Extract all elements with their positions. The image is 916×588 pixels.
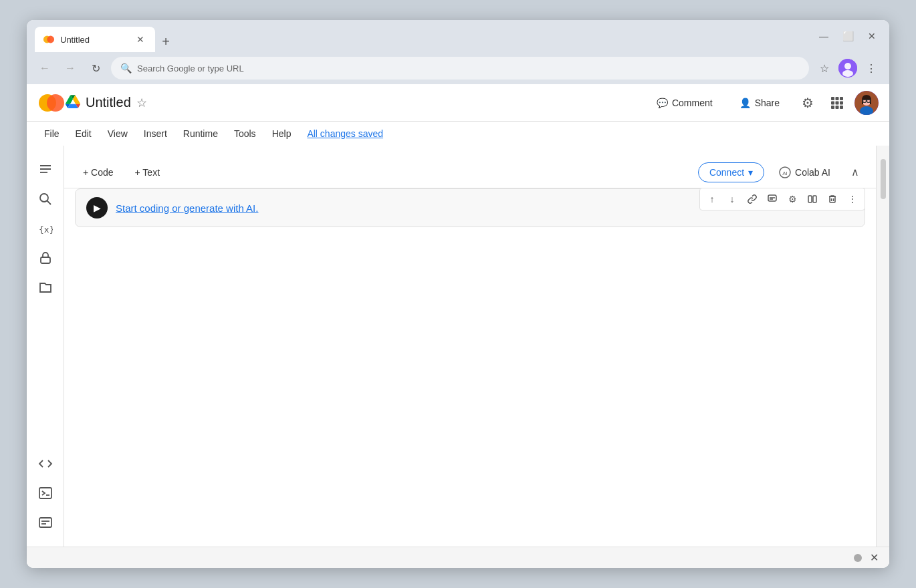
collapse-button[interactable]: ∧ — [845, 162, 865, 182]
search-icon: 🔍 — [120, 63, 132, 74]
svg-rect-30 — [41, 257, 50, 263]
apps-grid-button[interactable] — [825, 91, 849, 115]
svg-point-4 — [842, 70, 853, 77]
status-dot — [854, 554, 862, 562]
title-bar: Untitled ✕ + — ⬜ ✕ — [27, 20, 889, 52]
svg-text:{x}: {x} — [39, 225, 53, 235]
svg-rect-12 — [840, 101, 843, 104]
svg-point-3 — [844, 63, 851, 69]
menu-edit[interactable]: Edit — [69, 126, 98, 142]
svg-point-1 — [47, 36, 54, 43]
header-actions: 💬 Comment 👤 Share ⚙ — [646, 91, 879, 115]
settings-button[interactable]: ⚙ — [796, 91, 820, 115]
google-drive-icon — [66, 94, 80, 112]
comment-label: Comment — [672, 98, 713, 108]
link-button[interactable] — [743, 190, 762, 208]
reload-button[interactable]: ↻ — [86, 58, 106, 78]
menu-help[interactable]: Help — [265, 126, 298, 142]
menu-file[interactable]: File — [37, 126, 66, 142]
sidebar-search-icon[interactable] — [32, 186, 59, 212]
move-down-button[interactable]: ↓ — [723, 190, 741, 208]
close-button[interactable]: ✕ — [863, 27, 881, 45]
sidebar-files-icon[interactable] — [32, 274, 59, 301]
more-options-button[interactable]: ⋮ — [843, 190, 862, 208]
address-bar: ← → ↻ 🔍 Search Google or type URL ☆ ⋮ — [27, 52, 889, 84]
cell-settings-button[interactable]: ⚙ — [783, 190, 802, 208]
svg-rect-7 — [831, 97, 834, 100]
sidebar-variables-icon[interactable]: {x} — [32, 215, 59, 242]
svg-rect-13 — [831, 106, 834, 109]
run-button[interactable]: ▶ — [86, 197, 108, 218]
connect-label: Connect — [709, 167, 744, 178]
svg-rect-43 — [830, 196, 835, 202]
main-area: {x} — [27, 146, 889, 547]
menu-tools[interactable]: Tools — [227, 126, 263, 142]
right-scrollbar[interactable] — [876, 146, 889, 547]
colab-logo — [37, 89, 66, 117]
tab-title: Untitled — [60, 35, 90, 45]
comment-cell-button[interactable] — [763, 190, 782, 208]
browser-tab[interactable]: Untitled ✕ — [35, 27, 155, 52]
share-icon: 👤 — [739, 98, 751, 108]
connect-button[interactable]: Connect ▾ — [698, 162, 764, 182]
svg-rect-33 — [39, 518, 51, 527]
cell-container: ↑ ↓ — [75, 188, 865, 227]
tab-close-button[interactable]: ✕ — [134, 33, 147, 46]
scrollbar-thumb — [881, 159, 886, 199]
mirror-button[interactable] — [803, 190, 822, 208]
cell-toolbar: ↑ ↓ — [699, 188, 865, 210]
sidebar-secrets-icon[interactable] — [32, 245, 59, 271]
menu-runtime[interactable]: Runtime — [177, 126, 225, 142]
minimize-button[interactable]: — — [814, 27, 833, 45]
app-header: Untitled ☆ 💬 Comment 👤 Share ⚙ — [27, 84, 889, 122]
star-button[interactable]: ☆ — [136, 96, 147, 110]
svg-rect-8 — [836, 97, 839, 100]
menu-view[interactable]: View — [101, 126, 134, 142]
add-code-button[interactable]: + Code — [75, 163, 122, 182]
share-button[interactable]: 👤 Share — [729, 92, 790, 114]
share-label: Share — [755, 98, 780, 108]
sidebar-code-icon[interactable] — [32, 450, 59, 477]
svg-text:AI: AI — [782, 170, 788, 176]
add-code-label: + Code — [83, 167, 114, 178]
comment-icon: 💬 — [657, 98, 668, 108]
connect-chevron: ▾ — [748, 167, 753, 178]
url-bar[interactable]: 🔍 Search Google or type URL — [111, 57, 809, 80]
browser-window: Untitled ✕ + — ⬜ ✕ ← → ↻ 🔍 Search Google… — [27, 20, 889, 568]
sidebar-toc-icon[interactable] — [32, 156, 59, 183]
menu-button[interactable]: ⋮ — [861, 58, 881, 78]
tab-bar: Untitled ✕ + — [35, 20, 809, 52]
cell-placeholder: Start coding or generate with AI. — [116, 202, 258, 214]
new-tab-button[interactable]: + — [155, 31, 177, 52]
bottom-bar: ✕ — [27, 547, 889, 568]
back-button[interactable]: ← — [35, 58, 55, 78]
comment-button[interactable]: 💬 Comment — [646, 92, 723, 114]
save-status[interactable]: All changes saved — [300, 126, 390, 142]
toolbar: + Code + Text Connect ▾ AI — [64, 156, 876, 188]
colab-ai-button[interactable]: AI Colab AI — [770, 162, 840, 182]
svg-point-6 — [47, 94, 64, 112]
app-content: Untitled ☆ 💬 Comment 👤 Share ⚙ — [27, 84, 889, 568]
delete-cell-button[interactable] — [823, 190, 842, 208]
sidebar-command-icon[interactable] — [32, 509, 59, 536]
svg-rect-15 — [840, 106, 843, 109]
menu-insert[interactable]: Insert — [137, 126, 174, 142]
svg-rect-11 — [836, 101, 839, 104]
bookmark-button[interactable]: ☆ — [814, 58, 834, 78]
move-up-button[interactable]: ↑ — [703, 190, 721, 208]
bottom-close-button[interactable]: ✕ — [870, 551, 879, 564]
svg-rect-10 — [831, 101, 834, 104]
sidebar-terminal-icon[interactable] — [32, 480, 59, 506]
forward-button[interactable]: → — [60, 58, 80, 78]
user-avatar[interactable] — [854, 91, 879, 115]
tab-favicon — [43, 33, 55, 45]
add-text-label: + Text — [135, 167, 160, 178]
add-text-button[interactable]: + Text — [127, 163, 168, 182]
generate-link[interactable]: generate — [184, 202, 223, 214]
svg-rect-14 — [836, 106, 839, 109]
left-sidebar: {x} — [27, 146, 64, 547]
browser-profile-avatar[interactable] — [838, 59, 857, 78]
menu-bar: File Edit View Insert Runtime Tools Help… — [27, 122, 889, 146]
svg-point-27 — [40, 194, 48, 202]
maximize-button[interactable]: ⬜ — [838, 27, 857, 45]
